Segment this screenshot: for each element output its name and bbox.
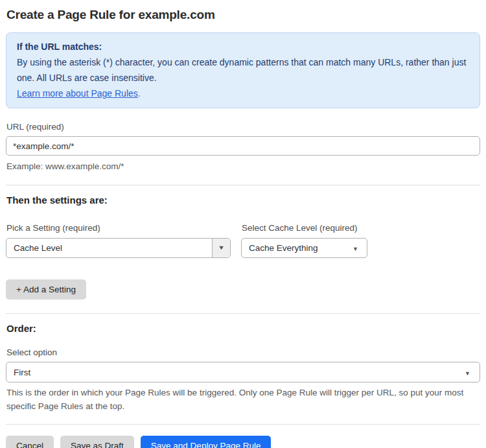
settings-row: Pick a Setting (required) Cache Level ▼ … bbox=[6, 209, 480, 258]
footer-actions: Cancel Save as Draft Save and Deploy Pag… bbox=[6, 436, 480, 448]
link-suffix: . bbox=[138, 88, 141, 99]
order-select-label: Select option bbox=[6, 348, 480, 357]
divider bbox=[6, 424, 480, 425]
pick-setting-field: Pick a Setting (required) Cache Level ▼ bbox=[6, 209, 241, 258]
add-setting-button[interactable]: + Add a Setting bbox=[6, 279, 86, 300]
info-box-link-line: Learn more about Page Rules. bbox=[17, 86, 469, 101]
order-select[interactable]: First ▼ bbox=[6, 362, 480, 383]
order-helper-text: This is the order in which your Page Rul… bbox=[6, 386, 478, 413]
cache-level-field: Select Cache Level (required) Cache Ever… bbox=[241, 209, 367, 258]
url-field-label: URL (required) bbox=[6, 122, 480, 132]
url-example-text: Example: www.example.com/* bbox=[6, 159, 480, 173]
save-and-deploy-button[interactable]: Save and Deploy Page Rule bbox=[141, 436, 272, 448]
info-box-body: By using the asterisk (*) character, you… bbox=[17, 54, 469, 86]
create-page-rule-form: Create a Page Rule for example.com If th… bbox=[0, 0, 486, 448]
info-box-heading: If the URL matches: bbox=[17, 39, 469, 54]
save-as-draft-button[interactable]: Save as Draft bbox=[60, 436, 134, 448]
pick-setting-value: Cache Level bbox=[6, 243, 212, 253]
cache-level-label: Select Cache Level (required) bbox=[242, 223, 367, 233]
page-title: Create a Page Rule for example.com bbox=[6, 8, 480, 22]
cancel-button[interactable]: Cancel bbox=[6, 436, 54, 448]
dropdown-arrow-icon: ▼ bbox=[353, 246, 358, 252]
learn-more-link[interactable]: Learn more about Page Rules bbox=[17, 88, 138, 99]
pick-setting-select[interactable]: Cache Level ▼ bbox=[6, 238, 231, 258]
order-section-heading: Order: bbox=[6, 323, 480, 334]
settings-section-heading: Then the settings are: bbox=[6, 195, 480, 206]
divider bbox=[6, 185, 480, 185]
dropdown-arrow-icon: ▼ bbox=[218, 245, 225, 251]
order-select-value: First bbox=[6, 368, 465, 377]
dropdown-arrow-icon: ▼ bbox=[465, 370, 470, 377]
cache-level-value: Cache Everything bbox=[242, 243, 353, 253]
divider bbox=[6, 313, 480, 314]
dropdown-arrow-wrap: ▼ bbox=[353, 243, 367, 253]
cache-level-select[interactable]: Cache Everything ▼ bbox=[241, 238, 367, 258]
dropdown-arrow-wrap: ▼ bbox=[465, 368, 480, 377]
dropdown-arrow-button[interactable]: ▼ bbox=[212, 239, 230, 257]
pick-setting-label: Pick a Setting (required) bbox=[6, 223, 241, 233]
url-match-info-box: If the URL matches: By using the asteris… bbox=[6, 32, 480, 108]
url-input[interactable] bbox=[6, 136, 480, 156]
